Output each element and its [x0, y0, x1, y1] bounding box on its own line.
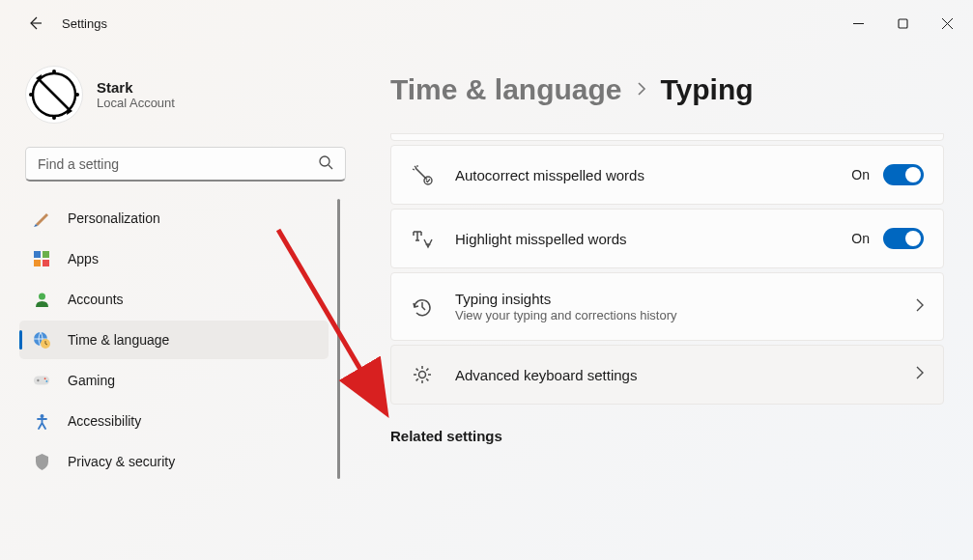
breadcrumb: Time & language Typing [390, 73, 944, 106]
chevron-right-icon [915, 366, 924, 383]
sidebar-item-apps[interactable]: Apps [19, 239, 329, 278]
shield-icon [33, 453, 50, 470]
back-icon[interactable] [27, 15, 43, 31]
profile-subtitle: Local Account [97, 96, 175, 110]
svg-rect-13 [34, 260, 41, 266]
card-title: Autocorrect misspelled words [455, 167, 830, 183]
minimize-button[interactable] [836, 8, 880, 39]
gear-icon [411, 363, 434, 386]
gamepad-icon [33, 372, 50, 389]
sidebar-item-label: Accounts [68, 292, 124, 307]
toggle-state-label: On [851, 167, 870, 182]
sidebar-item-accounts[interactable]: Accounts [19, 280, 329, 319]
person-icon [33, 291, 50, 308]
sidebar-item-label: Accessibility [68, 413, 141, 429]
autocorrect-toggle[interactable] [883, 164, 924, 185]
svg-rect-0 [899, 19, 907, 28]
svg-rect-14 [43, 260, 49, 266]
sidebar-scrollbar[interactable] [337, 199, 340, 479]
card-autocorrect[interactable]: Autocorrect misspelled words On [390, 145, 944, 205]
paintbrush-icon [33, 210, 50, 227]
sidebar-item-accessibility[interactable]: Accessibility [19, 402, 329, 440]
svg-point-24 [46, 380, 48, 382]
apps-icon [33, 250, 50, 267]
search-input[interactable] [25, 147, 346, 182]
sidebar-item-label: Time & language [68, 332, 169, 348]
search-field[interactable] [38, 156, 318, 172]
svg-point-5 [52, 70, 56, 73]
chevron-right-icon [915, 298, 924, 316]
close-button[interactable] [925, 8, 969, 39]
highlight-text-icon [411, 227, 434, 250]
card-previous-peek [390, 133, 944, 141]
svg-point-8 [75, 93, 79, 97]
chevron-right-icon [636, 80, 647, 100]
svg-line-10 [329, 165, 332, 169]
sidebar-nav: Personalization Apps Accounts Time & lan… [19, 199, 352, 481]
svg-point-27 [419, 372, 426, 378]
history-clock-icon [411, 295, 434, 319]
maximize-button[interactable] [880, 8, 925, 39]
card-title: Typing insights [455, 291, 894, 307]
sidebar-item-gaming[interactable]: Gaming [19, 361, 329, 400]
card-title: Highlight misspelled words [455, 231, 830, 247]
svg-line-2 [39, 79, 70, 110]
sidebar-item-personalization[interactable]: Personalization [19, 199, 329, 238]
breadcrumb-parent[interactable]: Time & language [390, 73, 622, 106]
sidebar-item-privacy[interactable]: Privacy & security [19, 442, 329, 481]
page-title: Typing [661, 73, 754, 106]
card-subtitle: View your typing and corrections history [455, 308, 894, 322]
svg-point-23 [44, 378, 46, 379]
svg-rect-12 [43, 251, 49, 258]
highlight-toggle[interactable] [883, 228, 924, 249]
window-title: Settings [62, 16, 107, 31]
svg-rect-11 [34, 251, 41, 258]
card-advanced-keyboard[interactable]: Advanced keyboard settings [390, 345, 944, 405]
sidebar-item-label: Gaming [68, 373, 115, 388]
accessibility-icon [33, 412, 50, 430]
sidebar-item-label: Privacy & security [68, 454, 175, 469]
svg-point-22 [37, 379, 39, 381]
avatar [25, 66, 83, 124]
sidebar-item-label: Personalization [68, 210, 160, 226]
svg-point-9 [320, 156, 329, 166]
svg-rect-21 [34, 377, 49, 385]
profile-name: Stark [97, 79, 175, 96]
section-heading-related: Related settings [390, 428, 944, 444]
user-profile[interactable]: Stark Local Account [19, 58, 352, 139]
svg-point-6 [52, 116, 56, 120]
search-icon [318, 154, 333, 174]
card-highlight[interactable]: Highlight misspelled words On [390, 209, 944, 268]
autocorrect-wand-icon [411, 163, 434, 186]
toggle-state-label: On [851, 231, 870, 246]
sidebar-item-time-language[interactable]: Time & language [19, 321, 329, 359]
svg-point-7 [29, 93, 33, 97]
sidebar-item-label: Apps [68, 251, 99, 266]
card-typing-insights[interactable]: Typing insights View your typing and cor… [390, 272, 944, 341]
svg-point-15 [39, 293, 45, 299]
globe-clock-icon [33, 331, 50, 349]
card-title: Advanced keyboard settings [455, 367, 894, 383]
